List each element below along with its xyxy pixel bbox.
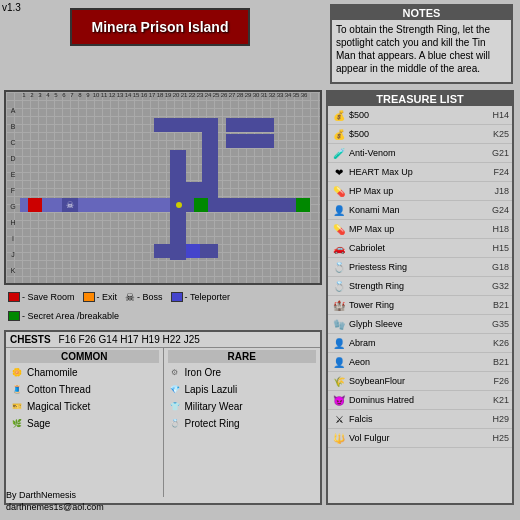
legend-exit-box xyxy=(83,292,95,302)
treasure-name-9: Strength Ring xyxy=(349,281,483,291)
treasure-loc-11: G35 xyxy=(485,319,509,329)
map-numbers: 123 456 789 101112 131415 161718 192021 … xyxy=(20,92,320,102)
treasure-item-6: 💊 MP Max up H18 xyxy=(328,220,512,239)
chest-item-protect: 💍 Protect Ring xyxy=(168,416,317,430)
ore-label: Iron Ore xyxy=(185,367,222,378)
treasure-loc-12: K26 xyxy=(485,338,509,348)
legend: - Save Room - Exit ☠ - Boss - Teleporter… xyxy=(4,287,322,327)
treasure-loc-8: G18 xyxy=(485,262,509,272)
chamomile-icon: 🌼 xyxy=(10,365,24,379)
treasure-loc-17: H25 xyxy=(485,433,509,443)
chests-locations: F16 F26 G14 H17 H19 H22 J25 xyxy=(59,334,200,345)
map-teleporter xyxy=(186,244,200,258)
chamomile-label: Chamomile xyxy=(27,367,78,378)
treasure-item-1: 💰 $500 K25 xyxy=(328,125,512,144)
legend-secret-box xyxy=(8,311,20,321)
map-vert-1 xyxy=(202,118,218,182)
treasure-item-10: 🏰 Tower Ring B21 xyxy=(328,296,512,315)
treasure-title: TREASURE LIST xyxy=(328,92,512,106)
treasure-item-3: ❤ HEART Max Up F24 xyxy=(328,163,512,182)
treasure-icon-0: 💰 xyxy=(331,107,347,123)
legend-boss: ☠ - Boss xyxy=(125,291,163,304)
treasure-item-13: 👤 Aeon B21 xyxy=(328,353,512,372)
legend-teleport-box xyxy=(171,292,183,302)
map-green-2 xyxy=(296,198,310,212)
treasure-loc-1: K25 xyxy=(485,129,509,139)
treasure-name-3: HEART Max Up xyxy=(349,167,483,177)
chests-header: CHESTS F16 F26 G14 H17 H19 H22 J25 xyxy=(6,332,320,348)
treasure-icon-6: 💊 xyxy=(331,221,347,237)
treasure-loc-9: G32 xyxy=(485,281,509,291)
treasure-loc-15: K21 xyxy=(485,395,509,405)
treasure-icon-16: ⚔ xyxy=(331,411,347,427)
treasure-name-10: Tower Ring xyxy=(349,300,483,310)
map-green-room xyxy=(194,198,208,212)
treasure-icon-11: 🧤 xyxy=(331,316,347,332)
legend-save-label: - Save Room xyxy=(22,292,75,302)
treasure-icon-9: 💍 xyxy=(331,278,347,294)
treasure-items: 💰 $500 H14 💰 $500 K25 🧪 Anti-Venom G21 ❤… xyxy=(328,106,512,448)
sage-icon: 🌿 xyxy=(10,416,24,430)
ticket-icon: 🎫 xyxy=(10,399,24,413)
treasure-box: TREASURE LIST 💰 $500 H14 💰 $500 K25 🧪 An… xyxy=(326,90,514,505)
treasure-name-1: $500 xyxy=(349,129,483,139)
legend-exit-label: - Exit xyxy=(97,292,118,302)
map-marker-1 xyxy=(176,202,182,208)
treasure-name-0: $500 xyxy=(349,110,483,120)
treasure-icon-10: 🏰 xyxy=(331,297,347,313)
chest-item-military: 👕 Military Wear xyxy=(168,399,317,413)
treasure-icon-2: 🧪 xyxy=(331,145,347,161)
legend-save-box xyxy=(8,292,20,302)
military-label: Military Wear xyxy=(185,401,243,412)
treasure-loc-13: B21 xyxy=(485,357,509,367)
treasure-icon-5: 👤 xyxy=(331,202,347,218)
credit-by: By DarthNemesis xyxy=(6,489,104,502)
legend-secret: - Secret Area /breakable xyxy=(8,311,119,321)
chests-label: CHESTS xyxy=(10,334,51,345)
treasure-item-12: 👤 Abram K26 xyxy=(328,334,512,353)
treasure-icon-14: 🌾 xyxy=(331,373,347,389)
legend-exit: - Exit xyxy=(83,292,118,302)
ticket-label: Magical Ticket xyxy=(27,401,90,412)
treasure-name-13: Aeon xyxy=(349,357,483,367)
treasure-loc-4: J18 xyxy=(485,186,509,196)
treasure-item-16: ⚔ Falcis H29 xyxy=(328,410,512,429)
common-column: COMMON 🌼 Chamomile 🧵 Cotton Thread 🎫 Mag… xyxy=(6,348,164,497)
chest-item-ticket: 🎫 Magical Ticket xyxy=(10,399,159,413)
treasure-name-11: Glyph Sleeve xyxy=(349,319,483,329)
notes-text: To obtain the Strength Ring, let the spo… xyxy=(332,20,511,78)
legend-teleport: - Teleporter xyxy=(171,292,230,302)
credit-section: By DarthNemesis darthnemes1s@aol.com xyxy=(6,489,104,514)
treasure-icon-15: 😈 xyxy=(331,392,347,408)
treasure-name-14: SoybeanFlour xyxy=(349,376,483,386)
legend-save: - Save Room xyxy=(8,292,75,302)
treasure-name-6: MP Max up xyxy=(349,224,483,234)
map-save-room xyxy=(28,198,42,212)
treasure-icon-7: 🚗 xyxy=(331,240,347,256)
cotton-label: Cotton Thread xyxy=(27,384,91,395)
treasure-item-5: 👤 Konami Man G24 xyxy=(328,201,512,220)
legend-secret-label: - Secret Area /breakable xyxy=(22,311,119,321)
treasure-loc-10: B21 xyxy=(485,300,509,310)
treasure-icon-17: 🔱 xyxy=(331,430,347,446)
treasure-icon-3: ❤ xyxy=(331,164,347,180)
map-right-upper xyxy=(226,134,274,148)
chest-item-sage: 🌿 Sage xyxy=(10,416,159,430)
treasure-name-4: HP Max up xyxy=(349,186,483,196)
treasure-item-8: 💍 Priestess Ring G18 xyxy=(328,258,512,277)
rare-column: RARE ⚙ Iron Ore 💎 Lapis Lazuli 👕 Militar… xyxy=(164,348,321,497)
treasure-name-17: Vol Fulgur xyxy=(349,433,483,443)
chest-item-lapis: 💎 Lapis Lazuli xyxy=(168,382,317,396)
skull-icon: ☠ xyxy=(125,291,135,304)
treasure-item-2: 🧪 Anti-Venom G21 xyxy=(328,144,512,163)
treasure-name-2: Anti-Venom xyxy=(349,148,483,158)
treasure-item-4: 💊 HP Max up J18 xyxy=(328,182,512,201)
treasure-icon-13: 👤 xyxy=(331,354,347,370)
treasure-name-7: Cabriolet xyxy=(349,243,483,253)
treasure-loc-0: H14 xyxy=(485,110,509,120)
legend-boss-label: - Boss xyxy=(137,292,163,302)
treasure-loc-3: F24 xyxy=(485,167,509,177)
cotton-icon: 🧵 xyxy=(10,382,24,396)
map-area: 123 456 789 101112 131415 161718 192021 … xyxy=(4,90,322,285)
map-boss-room: ☠ xyxy=(62,198,78,212)
